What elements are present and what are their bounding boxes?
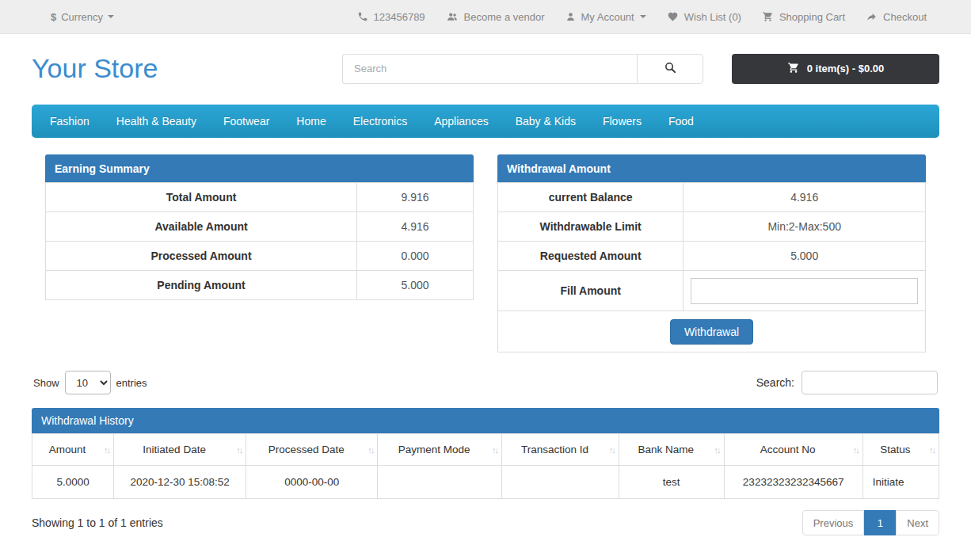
cell-initiated-date: 2020-12-30 15:08:52 — [114, 466, 246, 499]
sort-icon: ↑↓ — [492, 445, 497, 455]
store-logo[interactable]: Your Store — [32, 53, 158, 83]
sort-icon: ↑↓ — [236, 445, 242, 455]
pagination-previous-button[interactable]: Previous — [802, 510, 865, 535]
nav-item-footwear[interactable]: Footwear — [210, 105, 283, 138]
show-label: Show — [33, 377, 59, 389]
table-row: Withdrawable Limit Min:2-Max:500 — [498, 212, 926, 242]
summary-row-label: Processed Amount — [46, 242, 357, 271]
cell-processed-date: 0000-00-00 — [246, 466, 378, 499]
withdrawal-button[interactable]: Withdrawal — [670, 319, 753, 345]
sort-icon: ↑↓ — [609, 445, 615, 455]
top-links: 123456789 Become a vendor My Account Wis… — [357, 11, 927, 23]
top-link-label: Become a vendor — [464, 11, 545, 23]
share-icon — [866, 11, 878, 22]
cell-payment-mode — [378, 466, 502, 499]
summary-row-value: Min:2-Max:500 — [684, 212, 926, 242]
column-header-bank-name[interactable]: Bank Name↑↓ — [619, 434, 724, 466]
page-length-select[interactable]: 10 — [65, 371, 111, 394]
nav-item-appliances[interactable]: Appliances — [421, 105, 502, 138]
main-nav: Fashion Health & Beauty Footwear Home El… — [32, 105, 939, 138]
table-row: Processed Amount 0.000 — [46, 242, 474, 271]
phone-icon — [357, 11, 368, 22]
currency-label: Currency — [61, 11, 103, 23]
summary-row-label: Requested Amount — [498, 242, 684, 271]
top-link-checkout[interactable]: Checkout — [866, 11, 927, 23]
table-search-label: Search: — [756, 376, 794, 389]
table-row: Total Amount 9.916 — [46, 183, 474, 212]
site-header: Your Store 0 item(s) - $0.00 — [32, 34, 939, 105]
sort-icon: ↑↓ — [714, 445, 720, 455]
entries-label: entries — [116, 377, 147, 389]
cell-status: Initiate — [862, 466, 939, 499]
fill-amount-input[interactable] — [691, 278, 918, 304]
earning-summary-title: Earning Summary — [45, 154, 474, 182]
cart-total-button[interactable]: 0 item(s) - $0.00 — [732, 54, 939, 84]
pagination-page-1-button[interactable]: 1 — [864, 510, 896, 535]
table-row: 5.0000 2020-12-30 15:08:52 0000-00-00 te… — [32, 466, 939, 499]
table-row: current Balance 4.916 — [498, 183, 926, 212]
search-icon — [664, 61, 677, 77]
nav-item-baby-kids[interactable]: Baby & Kids — [502, 105, 589, 138]
column-header-status[interactable]: Status↑↓ — [862, 434, 939, 466]
withdrawal-amount-title: Withdrawal Amount — [497, 154, 926, 182]
table-row: Fill Amount — [498, 271, 926, 311]
column-header-payment-mode[interactable]: Payment Mode↑↓ — [378, 434, 502, 466]
cart-icon — [787, 62, 800, 76]
top-link-label: My Account — [581, 11, 634, 23]
summary-row-value: 4.916 — [357, 212, 474, 242]
search-button[interactable] — [637, 54, 703, 84]
column-header-initiated-date[interactable]: Initiated Date↑↓ — [114, 434, 246, 466]
summary-row-label: Withdrawable Limit — [498, 212, 684, 242]
pagination: Previous 1 Next — [802, 510, 939, 535]
withdrawal-history-panel: Withdrawal History Amount↑↓ Initiated Da… — [32, 408, 939, 499]
top-link-become-vendor[interactable]: Become a vendor — [446, 11, 545, 23]
nav-item-health-beauty[interactable]: Health & Beauty — [103, 105, 210, 138]
nav-item-fashion[interactable]: Fashion — [36, 105, 103, 138]
heart-icon — [667, 11, 679, 22]
summary-row-label: current Balance — [498, 183, 684, 212]
summary-row-value: 5.000 — [684, 242, 926, 271]
top-link-label: Checkout — [883, 11, 927, 23]
top-link-shopping-cart[interactable]: Shopping Cart — [762, 11, 845, 23]
summary-row-value: 0.000 — [357, 242, 474, 271]
top-link-my-account[interactable]: My Account — [565, 11, 646, 23]
top-link-phone[interactable]: 123456789 — [357, 11, 425, 23]
top-link-label: Wish List (0) — [684, 11, 741, 23]
table-row: Available Amount 4.916 — [46, 212, 474, 242]
caret-down-icon — [640, 15, 646, 18]
column-header-processed-date[interactable]: Processed Date↑↓ — [246, 434, 378, 466]
top-link-label: 123456789 — [374, 11, 425, 23]
search-bar — [342, 54, 703, 84]
pagination-next-button[interactable]: Next — [896, 510, 939, 535]
summary-row-value: 9.916 — [357, 183, 474, 212]
table-row: Withdrawal — [498, 311, 926, 352]
nav-item-electronics[interactable]: Electronics — [340, 105, 421, 138]
top-bar: $ Currency 123456789 Become a vendor My … — [0, 0, 971, 34]
sort-icon: ↑↓ — [929, 445, 935, 455]
withdrawal-amount-panel: Withdrawal Amount current Balance 4.916 … — [497, 154, 926, 352]
table-search-input[interactable] — [802, 371, 938, 394]
cell-bank-name: test — [619, 466, 724, 499]
table-row: Pending Amount 5.000 — [46, 271, 474, 300]
cell-account-no: 23232323232345667 — [724, 466, 862, 499]
nav-item-home[interactable]: Home — [283, 105, 339, 138]
sort-icon: ↑↓ — [367, 445, 373, 455]
nav-item-flowers[interactable]: Flowers — [589, 105, 655, 138]
table-header-row: Amount↑↓ Initiated Date↑↓ Processed Date… — [32, 434, 939, 466]
column-header-transaction-id[interactable]: Transaction Id↑↓ — [502, 434, 619, 466]
column-header-amount[interactable]: Amount↑↓ — [32, 434, 114, 466]
top-link-wish-list[interactable]: Wish List (0) — [667, 11, 741, 23]
sort-icon: ↑↓ — [853, 445, 859, 455]
column-header-account-no[interactable]: Account No↑↓ — [724, 434, 862, 466]
dollar-icon: $ — [51, 11, 56, 23]
table-row: Requested Amount 5.000 — [498, 242, 926, 271]
currency-dropdown[interactable]: $ Currency — [51, 11, 114, 23]
nav-item-food[interactable]: Food — [655, 105, 707, 138]
table-info-text: Showing 1 to 1 of 1 entries — [32, 516, 163, 529]
summary-row-label: Available Amount — [46, 212, 357, 242]
summary-row-label: Total Amount — [46, 183, 357, 212]
summary-row-value: 4.916 — [684, 183, 926, 212]
user-icon — [565, 11, 576, 22]
cart-total-label: 0 item(s) - $0.00 — [807, 63, 885, 74]
search-input[interactable] — [342, 54, 637, 84]
